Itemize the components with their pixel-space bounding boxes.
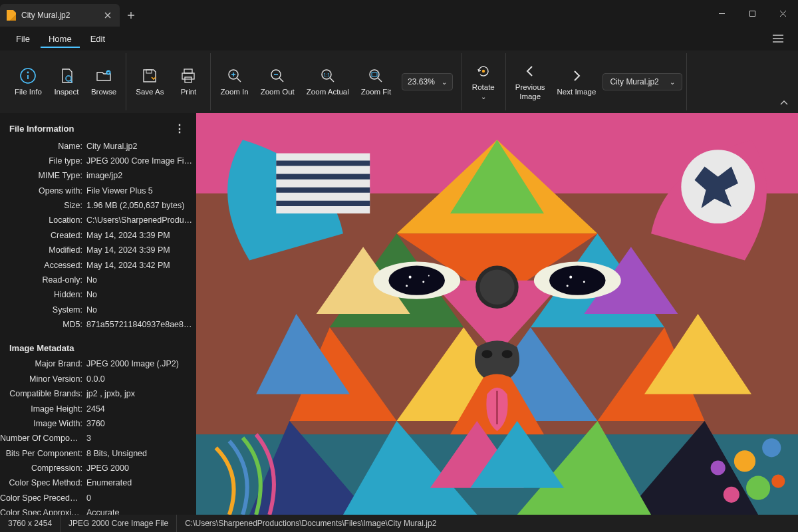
image-viewer[interactable] [196, 113, 798, 515]
document-tab[interactable]: City Mural.jp2 [0, 4, 120, 27]
info-value: 2454 [86, 403, 194, 416]
file-icon [7, 10, 16, 21]
statusbar: 3760 x 2454 JPEG 2000 Core Image File C:… [0, 515, 798, 532]
svg-point-54 [583, 281, 585, 283]
browse-icon [94, 66, 113, 85]
settings-menu-button[interactable] [766, 31, 790, 47]
info-row: Bits Per Component:8 Bits, Unsigned [0, 446, 194, 461]
info-row: Compression:JPEG 2000 [0, 462, 194, 476]
chevron-down-icon: ⌄ [670, 78, 675, 86]
info-value: 8 Bits, Unsigned [86, 448, 194, 460]
info-row: Color Spec Approxima...Accurate [0, 506, 194, 515]
next-image-button[interactable]: Next Image [552, 64, 602, 100]
menu-file[interactable]: File [8, 30, 38, 48]
info-key: Accessed: [0, 259, 86, 272]
svg-point-65 [771, 475, 785, 488]
info-key: Minor Version: [0, 373, 86, 386]
info-key: Color Spec Precedence: [0, 492, 86, 505]
minimize-button[interactable] [706, 0, 737, 27]
file-info-header: File Information ⋮ [0, 118, 194, 139]
tab-close-button[interactable] [102, 10, 113, 21]
info-row: Location:C:\Users\SharpenedProductions\D… [0, 213, 194, 228]
inspect-icon [57, 66, 76, 85]
svg-rect-7 [182, 73, 194, 79]
inspect-button[interactable]: Inspect [49, 64, 84, 100]
info-key: Size: [0, 200, 86, 212]
info-value: No [86, 289, 194, 301]
info-row: Name:City Mural.jp2 [0, 139, 194, 154]
image-file-select[interactable]: City Mural.jp2 ⌄ [602, 73, 682, 90]
info-icon [19, 66, 37, 85]
info-row: Image Height:2454 [0, 402, 194, 416]
zoom-level-select[interactable]: 23.63% ⌄ [402, 73, 453, 90]
svg-point-46 [388, 266, 445, 295]
previous-image-button[interactable]: Previous Image [510, 59, 551, 104]
info-key: Read-only: [0, 274, 86, 287]
browse-button[interactable]: Browse [86, 64, 122, 100]
svg-point-66 [711, 460, 726, 475]
info-sidebar[interactable]: File Information ⋮ Name:City Mural.jp2Fi… [0, 113, 196, 515]
info-value: JPEG 2000 [86, 462, 194, 475]
info-key: Compatible Brands: [0, 388, 86, 400]
zoom-out-button[interactable]: Zoom Out [255, 64, 300, 100]
svg-point-15 [482, 70, 485, 72]
info-row: Modified:May 14, 2024 3:39 PM [0, 243, 194, 258]
maximize-button[interactable] [737, 0, 767, 27]
titlebar-drag-region[interactable] [142, 0, 706, 27]
info-row: Compatible Brands:jp2 , jpxb, jpx [0, 387, 194, 402]
file-info-button[interactable]: File Info [9, 64, 47, 100]
info-key: Modified: [0, 244, 86, 257]
print-button[interactable]: Print [170, 64, 206, 100]
save-icon [140, 66, 159, 85]
menu-home[interactable]: Home [41, 30, 80, 48]
svg-point-3 [66, 76, 71, 81]
svg-rect-8 [185, 77, 192, 82]
close-icon [779, 10, 787, 17]
svg-point-48 [422, 281, 424, 283]
svg-point-55 [567, 285, 569, 287]
panel-menu-button[interactable]: ⋮ [174, 122, 184, 135]
save-as-button[interactable]: Save As [130, 64, 169, 100]
info-key: Opens with: [0, 185, 86, 198]
info-key: File type: [0, 155, 86, 168]
new-tab-button[interactable] [120, 4, 142, 27]
info-key: Name: [0, 140, 86, 153]
window-close-button[interactable] [767, 0, 798, 27]
info-key: Image Height: [0, 403, 86, 416]
svg-point-59 [502, 350, 513, 358]
image-content [196, 113, 798, 515]
svg-point-57 [479, 270, 514, 305]
svg-rect-6 [184, 69, 192, 73]
status-filepath: C:\Users\SharpenedProductions\Documents\… [177, 515, 444, 532]
main-area: File Information ⋮ Name:City Mural.jp2Fi… [0, 113, 798, 515]
svg-text:1:1: 1:1 [323, 72, 330, 77]
svg-point-2 [27, 72, 29, 74]
collapse-ribbon-button[interactable] [777, 97, 791, 109]
chevron-down-icon: ⌄ [481, 93, 486, 100]
chevron-right-icon [567, 66, 586, 85]
svg-point-50 [428, 275, 430, 277]
info-key: Bits Per Component: [0, 448, 86, 460]
info-value: Accurate [86, 507, 194, 515]
menu-edit[interactable]: Edit [82, 30, 113, 48]
info-key: Compression: [0, 462, 86, 475]
info-key: Hidden: [0, 289, 86, 301]
info-row: Accessed:May 14, 2024 3:42 PM [0, 258, 194, 273]
info-key: Location: [0, 214, 86, 227]
ribbon: File Info Inspect Browse Save As Print Z… [0, 51, 798, 113]
info-key: Color Spec Approxima... [0, 507, 86, 515]
zoom-in-button[interactable]: Zoom In [215, 64, 253, 100]
svg-point-58 [481, 350, 492, 358]
info-row: Size:1.96 MB (2,050,637 bytes) [0, 199, 194, 213]
info-value: 1.96 MB (2,050,637 bytes) [86, 200, 194, 212]
rotate-button[interactable]: Rotate⌄ [466, 59, 501, 104]
svg-point-63 [746, 476, 770, 500]
info-value: File Viewer Plus 5 [86, 185, 194, 198]
plus-icon [127, 11, 135, 19]
info-value: 871a557211840937e8ae8b40737bfa3f [86, 319, 194, 331]
info-key: Image Width: [0, 418, 86, 430]
svg-rect-0 [749, 11, 755, 16]
info-row: Image Width:3760 [0, 416, 194, 431]
zoom-fit-button[interactable]: Zoom Fit [356, 64, 396, 100]
zoom-actual-button[interactable]: 1:1 Zoom Actual [301, 64, 354, 100]
